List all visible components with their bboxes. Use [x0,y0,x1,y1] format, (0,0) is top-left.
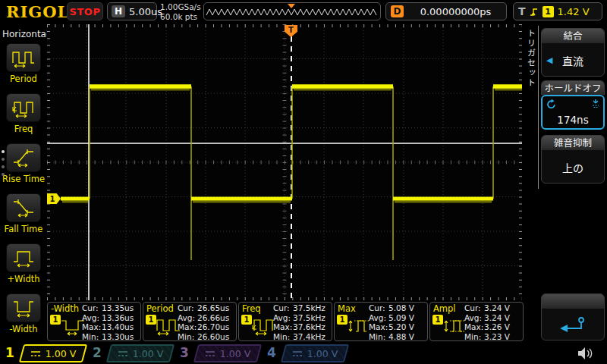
measurement-min: 3.23 V [484,332,510,342]
trigger-coupling-menu[interactable]: 結合 ◀ 直流 [541,28,605,77]
measure-item-neg-width[interactable] [6,293,41,322]
channel-3-status[interactable]: 3 1.00 V [176,344,262,362]
timebase-value: 5.00us [129,6,162,17]
measurement-label: -Width [51,303,79,314]
measurement-cur: 37.5kHz [293,303,326,313]
measurement-channel-badge: 1 [432,315,443,325]
measure-item-label: Rise Time [0,174,47,184]
row-label: Cur: [369,303,388,313]
menu-back-button[interactable] [541,293,605,340]
dc-coupling-icon [30,350,41,357]
fall-time-icon [11,197,36,218]
thumbnail-trigger-marker [288,4,295,8]
channel1-marker-number: 1 [50,195,55,203]
memory-waveform-thumbnail[interactable] [203,2,381,20]
channel-number: 4 [267,345,276,360]
holdoff-value-box[interactable]: 174ns [541,95,605,130]
measurement-panel-ampl[interactable]: Ampl 1 Cur:3.24 V Avg:3.24 V Max:3.26 V … [429,302,524,341]
measure-item-label: Period [0,74,47,84]
row-label: Cur: [273,303,293,313]
measurement-avg: 26.66us [197,313,229,323]
row-label: Min: [369,332,388,342]
beeper-icon[interactable] [575,345,593,362]
rise-time-icon [11,147,36,168]
trigger-readout-box[interactable]: T 1 1.42 V [513,2,602,20]
period-icon [11,47,36,68]
row-label: Max: [369,322,388,332]
measurement-min: 4.88 V [388,332,414,342]
measurement-avg: 37.5kHz [293,313,326,323]
trigger-level-value: 1.42 V [558,6,590,17]
coupling-value: 直流 [562,53,583,68]
measure-item-fall-time[interactable] [6,193,41,222]
measure-item-rise-time[interactable] [6,143,41,172]
row-label: Max: [178,322,197,332]
thumbnail-waveform-icon [204,3,380,20]
sample-rate: 1.00GSa/s [160,2,201,12]
measurement-label: Max [338,303,356,314]
menu-page-dot [2,173,5,176]
rigol-logo: RIGOL [6,2,69,21]
measure-item-freq[interactable] [6,93,41,122]
delay-value: 0.00000000ps [420,6,492,17]
channel-2-status[interactable]: 2 1.00 V [89,344,175,362]
channel-scale: 1.00 V [307,348,338,359]
trigger-noise-reject-menu[interactable]: 雑音抑制 上の [541,135,605,184]
trigger-source-badge: 1 [543,6,554,17]
measure-item-label: Fall Time [0,224,47,234]
run-stop-status[interactable]: STOP [67,2,103,20]
measure-item-period[interactable] [6,43,41,72]
trigger-holdoff-menu[interactable]: ホールドオフ [541,80,605,95]
measurement-avg: 13.36us [102,313,134,323]
row-label: Min: [464,332,484,342]
t-label: T [518,5,526,17]
acquisition-info: 1.00GSa/s 60.0k pts [160,2,201,22]
channel-number: 1 [5,345,14,360]
measure-item-pos-width[interactable] [6,243,41,272]
measurement-channel-badge: 1 [146,315,156,325]
top-status-bar: RIGOL STOP H 5.00us 1.00GSa/s 60.0k pts … [0,0,607,25]
channel-4-status[interactable]: 4 1.00 V [263,344,349,362]
measurement-panel-neg-width[interactable]: -Width 1 Cur:13.35us Avg:13.36us Max:13.… [47,302,141,341]
channel-scale: 1.00 V [46,348,76,359]
measurement-label: Period [146,303,174,314]
row-label: Min: [178,332,197,342]
measurement-panel-freq[interactable]: Freq 1 Cur:37.5kHz Avg:37.5kHz Max:37.6k… [238,302,332,341]
channel-scale: 1.00 V [220,348,250,359]
channel-1-status[interactable]: 1 1.00 V [2,344,87,362]
trigger-position-letter: T [288,26,294,34]
minus-width-icon [11,297,36,318]
dc-coupling-icon [118,350,128,357]
row-label: Avg: [464,313,484,323]
back-button-header [542,294,604,309]
menu-page-dot-active [2,150,5,153]
left-triangle-icon: ◀ [546,55,552,65]
trigger-menu-tab-title: トリガセット [524,29,536,88]
measurement-max: 5.20 V [388,322,414,332]
h-label: H [112,5,125,17]
rotary-knob-icon [546,99,557,110]
return-arrow-icon [556,315,590,335]
measure-item-label: +Width [0,274,47,284]
trigger-menu-tab[interactable]: トリガセット [522,26,539,189]
row-label: Max: [82,322,102,332]
holdoff-value: 174ns [543,114,603,126]
delay-readout-box[interactable]: D 0.00000000ps [385,2,507,20]
menu-page-dot [2,158,5,161]
waveform-display-area [47,24,522,300]
menu-page-dot [2,165,5,168]
measurement-label: Ampl [433,303,456,314]
measurement-min: 13.30us [102,332,134,342]
measurement-max: 13.40us [102,322,134,332]
graticule-and-trace [47,24,522,300]
oscilloscope-screen: { "header": { "logo": "RIGOL", "run_stat… [0,0,607,364]
dc-coupling-icon [205,350,215,357]
measurement-min: 37.4kHz [293,332,326,342]
row-label: Cur: [178,303,197,313]
measurement-panel-max[interactable]: Max 1 Cur:5.08 V Avg:5.09 V Max:5.20 V M… [334,302,428,341]
run-state-label: STOP [70,6,101,17]
channel-scale: 1.00 V [133,348,163,359]
measurement-panel-period[interactable]: Period 1 Cur:26.65us Avg:26.66us Max:26.… [143,302,237,341]
measurement-channel-badge: 1 [241,315,252,325]
horizontal-timebase-box[interactable]: H 5.00us [107,2,157,20]
